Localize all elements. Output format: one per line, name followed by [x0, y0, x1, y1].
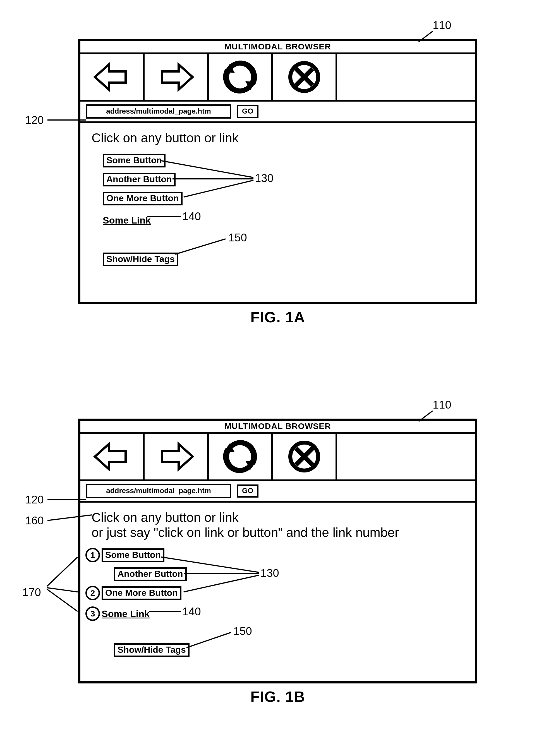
svg-line-13	[161, 557, 259, 572]
arrow-left-icon	[92, 60, 131, 94]
back-button[interactable]	[80, 54, 145, 100]
svg-line-20	[47, 589, 78, 611]
ref-140: 140	[182, 210, 201, 223]
page-content-1a: Click on any button or link Some Button …	[80, 123, 475, 302]
ref-110: 110	[433, 19, 451, 32]
address-bar: address/multimodal_page.htm GO	[80, 102, 475, 123]
svg-line-7	[175, 239, 226, 254]
address-bar: address/multimodal_page.htm GO	[80, 481, 475, 503]
ref-150: 150	[233, 625, 252, 637]
callout-leads-1b	[80, 503, 475, 681]
refresh-button[interactable]	[209, 54, 273, 100]
ref-170: 170	[22, 586, 41, 599]
stop-button[interactable]	[273, 54, 337, 100]
ref-120: 120	[25, 493, 44, 506]
address-field[interactable]: address/multimodal_page.htm	[86, 104, 231, 119]
browser-window-1b: MULTIMODAL BROWSER	[78, 419, 477, 683]
forward-button[interactable]	[145, 434, 209, 479]
refresh-button[interactable]	[209, 434, 273, 479]
svg-line-19	[47, 588, 78, 592]
ref-110: 110	[433, 398, 451, 411]
ref-120: 120	[25, 114, 44, 126]
figure-caption-1b: FIG. 1B	[78, 688, 477, 705]
svg-line-17	[187, 632, 231, 648]
refresh-icon	[222, 439, 258, 475]
toolbar	[80, 434, 475, 481]
svg-line-3	[161, 161, 254, 177]
callout-leads-1a	[80, 123, 475, 302]
address-field[interactable]: address/multimodal_page.htm	[86, 484, 231, 498]
go-button[interactable]: GO	[237, 105, 259, 118]
arrow-left-icon	[92, 440, 131, 473]
ref-160: 160	[25, 514, 44, 527]
stop-button[interactable]	[273, 434, 337, 479]
figure-1a: MULTIMODAL BROWSER	[78, 39, 477, 326]
svg-line-18	[47, 557, 78, 586]
svg-line-15	[184, 575, 259, 592]
arrow-right-icon	[156, 60, 195, 94]
ref-140: 140	[182, 605, 201, 618]
window-title: MULTIMODAL BROWSER	[80, 421, 475, 434]
ref-130: 130	[255, 172, 273, 184]
forward-button[interactable]	[145, 54, 209, 100]
arrow-right-icon	[156, 440, 195, 473]
ref-150: 150	[228, 231, 247, 244]
toolbar	[80, 54, 475, 102]
refresh-icon	[222, 59, 258, 95]
go-button[interactable]: GO	[237, 484, 259, 498]
window-title: MULTIMODAL BROWSER	[80, 41, 475, 54]
svg-line-5	[184, 180, 254, 197]
figure-1b: MULTIMODAL BROWSER	[78, 419, 477, 705]
close-circle-icon	[287, 440, 321, 473]
figure-caption-1a: FIG. 1A	[78, 309, 477, 326]
close-circle-icon	[287, 60, 321, 94]
ref-130: 130	[261, 567, 279, 579]
page-content-1b: Click on any button or link or just say …	[80, 503, 475, 681]
back-button[interactable]	[80, 434, 145, 479]
browser-window-1a: MULTIMODAL BROWSER	[78, 39, 477, 304]
